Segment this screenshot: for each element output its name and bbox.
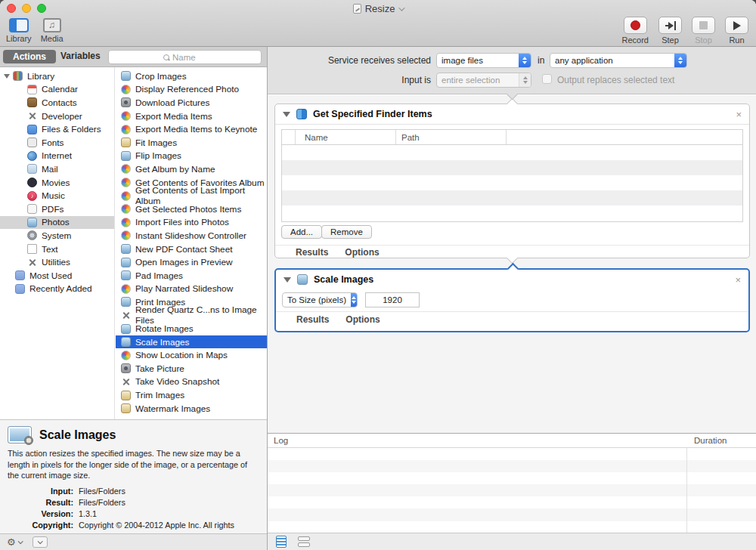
photos-icon — [121, 204, 131, 214]
action-item-fit-images[interactable]: Fit Images — [116, 136, 267, 150]
description-toggle-button[interactable] — [33, 536, 48, 548]
options-toggle[interactable]: Options — [345, 314, 380, 325]
remove-button[interactable]: Remove — [321, 225, 372, 239]
field-label: Copyright: — [0, 520, 79, 534]
stop-button[interactable]: Stop — [692, 17, 715, 45]
document-proxy-icon[interactable] — [353, 4, 361, 14]
sidebar-item-recently-added[interactable]: Recently Added — [0, 283, 114, 296]
action-item-get-album-by-name[interactable]: Get Album by Name — [116, 162, 267, 176]
input-selection-dropdown[interactable]: entire selection — [436, 73, 531, 88]
action-menu-button[interactable]: ⚙ — [7, 537, 22, 547]
duration-column-header[interactable]: Duration — [694, 436, 727, 445]
input-type-dropdown[interactable]: image files — [436, 53, 531, 68]
photos-icon — [121, 125, 131, 134]
log-column-header[interactable]: Log — [274, 436, 288, 445]
action-item-label: Take Video Snapshot — [135, 376, 219, 387]
options-toggle[interactable]: Options — [345, 247, 379, 258]
action-item-export-media-items[interactable]: Export Media Items — [116, 110, 267, 123]
disclosure-triangle-icon[interactable] — [4, 74, 10, 79]
action-item-instant-slideshow-controller[interactable]: Instant Slideshow Controller — [116, 229, 267, 243]
table-row[interactable] — [282, 175, 742, 190]
sidebar-item-calendar[interactable]: Calendar — [0, 83, 114, 97]
action-item-label: Open Images in Preview — [135, 257, 233, 267]
action-item-download-pictures[interactable]: Download Pictures — [116, 96, 267, 110]
action-item-take-picture[interactable]: Take Picture — [116, 362, 267, 375]
sidebar-item-developer[interactable]: Developer — [0, 110, 114, 123]
sidebar-item-contacts[interactable]: Contacts — [0, 96, 114, 110]
table-row[interactable] — [282, 205, 742, 221]
step-button[interactable]: Step — [658, 17, 682, 45]
action-item-pad-images[interactable]: Pad Images — [116, 269, 267, 283]
title-chevron-icon[interactable] — [399, 5, 405, 11]
stack-view-icon[interactable] — [298, 536, 310, 548]
action-item-crop-images[interactable]: Crop Images — [116, 70, 267, 83]
action-item-scale-images[interactable]: Scale Images — [116, 335, 267, 349]
img-icon — [121, 258, 131, 267]
action-item-render-quartz-c-ns-to-image-files[interactable]: Render Quartz C...ns to Image Files — [116, 309, 267, 323]
action-item-take-video-snapshot[interactable]: Take Video Snapshot — [116, 375, 267, 389]
table-row[interactable] — [282, 190, 742, 205]
sidebar-item-photos[interactable]: Photos — [0, 216, 114, 230]
sidebar-item-label: Fonts — [42, 138, 64, 148]
log-row — [268, 496, 756, 508]
img-icon — [121, 151, 131, 161]
close-action-icon[interactable]: × — [736, 110, 742, 119]
search-field[interactable] — [108, 50, 262, 64]
application-dropdown[interactable]: any application — [550, 53, 687, 68]
sidebar-item-text[interactable]: Text — [0, 243, 114, 256]
search-input[interactable] — [172, 53, 207, 62]
action-block-get-specified-finder-items[interactable]: Get Specified Finder Items × Name Path A… — [274, 104, 750, 258]
tab-actions[interactable]: Actions — [3, 50, 56, 63]
log-column-divider — [686, 448, 687, 533]
action-block-scale-images[interactable]: Scale Images × To Size (pixels) 1920 Res… — [274, 268, 750, 332]
output-replaces-label: Output replaces selected text — [557, 75, 674, 85]
results-toggle[interactable]: Results — [296, 247, 328, 258]
table-row[interactable] — [282, 160, 742, 175]
disclosure-triangle-icon[interactable] — [283, 112, 290, 117]
results-toggle[interactable]: Results — [296, 314, 329, 325]
size-type-dropdown[interactable]: To Size (pixels) — [282, 292, 358, 307]
finder-items-table[interactable]: Name Path — [281, 129, 743, 222]
library-button[interactable]: Library — [6, 18, 32, 43]
name-column-header[interactable]: Name — [296, 130, 396, 144]
action-item-trim-images[interactable]: Trim Images — [116, 388, 267, 402]
sidebar-item-label: System — [42, 230, 71, 241]
action-item-display-referenced-photo[interactable]: Display Referenced Photo — [116, 83, 267, 97]
path-column-header[interactable]: Path — [396, 130, 507, 144]
sidebar-item-utilities[interactable]: Utilities — [0, 255, 114, 269]
sidebar-item-mail[interactable]: Mail — [0, 162, 114, 176]
sidebar-item-music[interactable]: ♪Music — [0, 189, 114, 202]
x-icon — [121, 311, 131, 320]
run-button[interactable]: Run — [725, 17, 748, 45]
action-item-play-narrated-slideshow[interactable]: Play Narrated Slideshow — [116, 283, 267, 296]
close-action-icon[interactable]: × — [735, 275, 741, 285]
sidebar-item-files-folders[interactable]: Files & Folders — [0, 122, 114, 136]
log-view-icon[interactable] — [276, 536, 287, 548]
sidebar-item-movies[interactable]: Movies — [0, 176, 114, 190]
action-item-open-images-in-preview[interactable]: Open Images in Preview — [116, 255, 267, 269]
action-item-label: Instant Slideshow Controller — [135, 230, 246, 241]
action-item-import-files-into-photos[interactable]: Import Files into Photos — [116, 216, 267, 230]
add-button[interactable]: Add... — [281, 225, 322, 239]
action-item-show-location-in-maps[interactable]: Show Location in Maps — [116, 348, 267, 362]
log-row — [268, 508, 756, 521]
action-item-flip-images[interactable]: Flip Images — [116, 150, 267, 163]
sidebar-item-system[interactable]: System — [0, 229, 114, 243]
action-item-export-media-items-to-keynote[interactable]: Export Media Items to Keynote — [116, 122, 267, 136]
action-item-new-pdf-contact-sheet[interactable]: New PDF Contact Sheet — [116, 243, 267, 256]
table-row[interactable] — [282, 145, 742, 160]
sidebar-item-pdfs[interactable]: PDFs — [0, 202, 114, 216]
disclosure-triangle-icon[interactable] — [284, 277, 291, 283]
sidebar-item-most-used[interactable]: Most Used — [0, 269, 114, 283]
size-value-field[interactable]: 1920 — [365, 292, 420, 307]
action-item-watermark-images[interactable]: Watermark Images — [116, 402, 267, 416]
action-item-get-contents-of-last-import-album[interactable]: Get Contents of Last Import Album — [116, 189, 267, 202]
pane-divider[interactable] — [267, 47, 268, 550]
output-replaces-checkbox[interactable] — [542, 74, 552, 84]
sidebar-item-internet[interactable]: Internet — [0, 150, 114, 163]
sidebar-item-fonts[interactable]: Fonts — [0, 136, 114, 150]
media-button[interactable]: ♫ Media — [41, 18, 64, 43]
record-button[interactable]: Record — [622, 17, 649, 45]
tab-variables[interactable]: Variables — [60, 51, 101, 61]
sidebar-item-library[interactable]: Library — [0, 70, 114, 83]
